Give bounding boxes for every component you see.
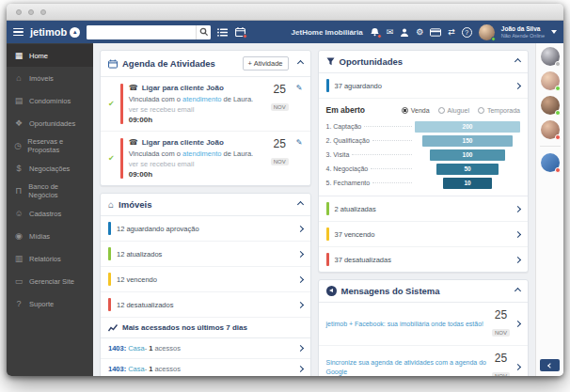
sidebar-item-label: Negociações (29, 165, 70, 173)
house-icon: ⌂ (14, 73, 24, 83)
traffic-light-zoom[interactable] (40, 9, 46, 15)
chevron-right-icon[interactable] (296, 301, 303, 307)
collapse-icon[interactable] (515, 288, 521, 294)
chevron-right-icon[interactable] (296, 250, 303, 257)
logo-text: jetimob (30, 26, 67, 38)
imoveis-stat-row[interactable]: 12 desatualizados (101, 292, 310, 318)
radio-temporada[interactable]: Temporada (478, 107, 520, 114)
app-logo[interactable]: jetimob ▲ (30, 26, 80, 38)
contact-avatar[interactable] (541, 120, 560, 139)
list-icon[interactable] (217, 28, 229, 37)
sidebar-item-cadastros[interactable]: ☺Cadastros (7, 202, 93, 225)
chevron-right-icon[interactable] (515, 321, 521, 327)
sidebar-item-midias[interactable]: ◉Mídias (7, 225, 93, 247)
check-icon[interactable]: ✔ (108, 154, 115, 163)
phone-icon: ☎ (129, 138, 138, 147)
gear-icon[interactable]: ⚙ (416, 28, 423, 37)
chevron-right-icon[interactable] (296, 275, 303, 282)
person-icon[interactable] (400, 28, 409, 37)
credit-card-icon[interactable] (430, 28, 441, 37)
oportunidades-stat-row[interactable]: 37 desatualizadas (319, 247, 529, 272)
collapse-icon[interactable] (296, 201, 303, 208)
app-window: jetimob ▲ JetHome Imobiliária ✉ ⚙ (7, 4, 563, 376)
company-name[interactable]: JetHome Imobiliária (292, 28, 363, 37)
check-icon[interactable]: ✔ (108, 100, 115, 108)
activity-item[interactable]: ✔ ☎ Ligar para cliente João Vinculada co… (101, 77, 310, 132)
calendar-icon[interactable] (235, 27, 245, 37)
contact-avatar[interactable] (541, 71, 560, 90)
shuffle-icon[interactable]: ⇄ (448, 28, 455, 37)
user-avatar[interactable] (479, 24, 495, 40)
envelope-icon[interactable]: ✉ (387, 28, 394, 37)
chevron-right-icon[interactable] (296, 225, 303, 231)
chevron-right-icon[interactable] (515, 82, 521, 88)
chevron-right-icon[interactable] (515, 364, 521, 370)
sidebar-item-imoveis[interactable]: ⌂Imóveis (7, 67, 93, 89)
sidebar-item-label: Banco de Negócios (28, 182, 86, 199)
megaphone-icon (326, 286, 337, 296)
property-link[interactable]: Casa (128, 344, 145, 353)
mensagens-card: Mensagens do Sistema jetimob + Facebook:… (318, 279, 530, 376)
traffic-light-close[interactable] (16, 9, 22, 15)
sidebar-item-relatorios[interactable]: ▥Relatórios (7, 247, 93, 270)
chevron-down-icon[interactable] (551, 30, 557, 34)
system-message-row[interactable]: Sincronize sua agenda de atividades com … (319, 346, 529, 376)
imoveis-stat-row[interactable]: 12 atualizados (101, 242, 310, 267)
chevron-right-icon[interactable] (296, 366, 303, 372)
menu-icon[interactable] (13, 28, 24, 37)
chevron-right-icon[interactable] (515, 230, 521, 237)
sidebar-item-negociacoes[interactable]: $Negociações (7, 157, 93, 180)
sidebar-item-label: Cadastros (29, 210, 61, 218)
funnel-filters: Venda Aluguel Temporada (402, 107, 520, 114)
group-avatar[interactable] (541, 153, 560, 172)
accessed-row[interactable]: 1403:Casa - 1acessos (101, 338, 310, 359)
add-activity-button[interactable]: + Atividade (243, 56, 289, 71)
bell-icon[interactable] (370, 27, 380, 37)
sidebar-item-condominios[interactable]: ▤Condomínios (7, 89, 93, 112)
oportunidades-stat-row[interactable]: 2 atualizadas (319, 196, 529, 222)
agenda-card: Agenda de Atividades + Atividade ✔ ☎ Lig… (100, 50, 311, 186)
accessed-row[interactable]: 1403:Casa - 1acessos (101, 359, 310, 376)
search-icon[interactable] (196, 25, 211, 39)
collapse-icon[interactable] (296, 60, 303, 67)
sidebar-item-reservas[interactable]: ◷Reservas e Propostas (7, 134, 93, 157)
awaiting-row[interactable]: 37 aguardando (319, 73, 529, 99)
sidebar: ▦Home ⌂Imóveis ▤Condomínios ❖Oportunidad… (7, 43, 93, 376)
traffic-light-minimize[interactable] (28, 9, 34, 15)
chevron-right-icon[interactable] (296, 345, 303, 352)
sidebar-item-home[interactable]: ▦Home (7, 44, 93, 67)
chevron-right-icon[interactable] (515, 256, 521, 262)
chevron-left-icon (547, 363, 553, 368)
activity-date: 25 NOV (271, 84, 289, 124)
search-input[interactable] (87, 25, 196, 39)
system-message-row[interactable]: jetimob + Facebook: sua imobiliária onde… (319, 303, 529, 346)
chevron-right-icon[interactable] (515, 205, 521, 212)
contact-avatar[interactable] (541, 47, 560, 66)
atendimento-link[interactable]: atendimento (182, 149, 221, 158)
imoveis-stat-row[interactable]: 12 aguardando aprovação (101, 216, 310, 242)
edit-pencil-icon[interactable]: ✎ (296, 84, 303, 124)
imoveis-stat-row[interactable]: 12 vencendo (101, 267, 310, 292)
panel-title: Agenda de Atividades (122, 58, 215, 69)
activity-item[interactable]: ✔ ☎ Ligar para cliente João Vinculada co… (101, 132, 310, 185)
sidebar-item-banco-negocios[interactable]: ΠBanco de Negócios (7, 180, 93, 202)
building-icon: ▤ (14, 96, 24, 105)
oportunidades-stat-row[interactable]: 37 vencendo (319, 222, 529, 247)
contact-avatar[interactable] (541, 96, 560, 115)
help-icon[interactable]: ? (462, 27, 472, 38)
sidebar-item-oportunidades[interactable]: ❖Oportunidades (7, 112, 93, 134)
user-menu[interactable]: João da Silva Não Atende Online (501, 25, 545, 39)
stat-accent-bar (326, 79, 329, 92)
message-link[interactable]: Sincronize sua agenda de atividades com … (326, 358, 486, 376)
status-dot (555, 134, 561, 140)
sidebar-item-gerenciar-site[interactable]: ▭Gerenciar Site (7, 270, 93, 292)
edit-pencil-icon[interactable]: ✎ (296, 138, 303, 179)
property-link[interactable]: Casa (128, 365, 145, 373)
message-link[interactable]: jetimob + Facebook: sua imobiliária onde… (326, 320, 486, 329)
collapse-icon[interactable] (515, 58, 521, 65)
radio-aluguel[interactable]: Aluguel (438, 107, 469, 114)
radio-venda[interactable]: Venda (402, 107, 430, 114)
collapse-chat-button[interactable] (540, 359, 560, 371)
atendimento-link[interactable]: atendimento (182, 95, 221, 103)
sidebar-item-suporte[interactable]: ?Suporte (7, 292, 93, 315)
